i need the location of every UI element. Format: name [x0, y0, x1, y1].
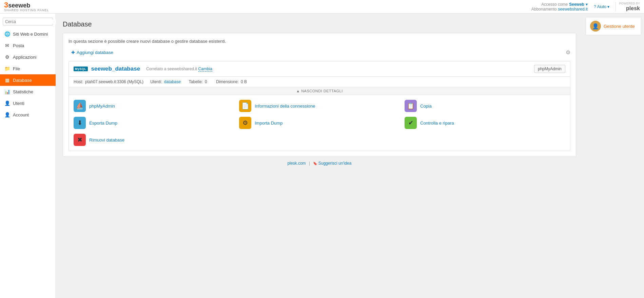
- plus-icon: ✚: [71, 50, 75, 55]
- logo-subtitle: SHARED HOSTING PANEL: [4, 9, 49, 12]
- filter-icon[interactable]: ⚙: [566, 49, 570, 56]
- sidebar-item-file[interactable]: 📁 File: [0, 63, 56, 74]
- search-box[interactable]: 🔍: [3, 18, 53, 25]
- access-label: Accesso come: [541, 2, 568, 7]
- topbar: 3 seeweb SHARED HOSTING PANEL Accesso co…: [0, 0, 644, 14]
- sidebar-item-utenti[interactable]: 👤 Utenti: [0, 97, 56, 109]
- esporta-dump-label[interactable]: Esporta Dump: [89, 120, 117, 126]
- user-management-label[interactable]: Gestione utente: [604, 24, 635, 29]
- mail-icon: ✉: [4, 43, 10, 48]
- info-connessione-icon: 📄: [239, 100, 251, 112]
- sidebar-item-applicazioni[interactable]: ⚙ Applicazioni: [0, 51, 56, 63]
- add-database-button[interactable]: ✚ Aggiungi database: [69, 49, 116, 56]
- db-meta: Host: ptah07.seeweb.it:3306 (MySQL) Uten…: [69, 77, 570, 87]
- sidebar-item-statistiche[interactable]: 📊 Statistiche: [0, 86, 56, 97]
- sidebar-item-siti-web-e-domini[interactable]: 🌐 Siti Web e Domini: [0, 28, 56, 40]
- hide-details-bar[interactable]: ▲ NASCONDI DETTAGLI: [69, 87, 570, 95]
- action-esporta-dump[interactable]: ⬇ Esporta Dump: [74, 117, 234, 129]
- rimuovi-database-label[interactable]: Rimuovi database: [89, 137, 124, 143]
- sidebar-item-account[interactable]: 👤 Account: [0, 109, 56, 120]
- plesk-link[interactable]: plesk.com: [288, 161, 306, 166]
- help-dropdown-icon: ▾: [607, 4, 609, 9]
- action-rimuovi-database[interactable]: ✖ Rimuovi database: [74, 134, 234, 146]
- chart-icon: 📊: [4, 89, 10, 94]
- footer: plesk.com | 🔖 Suggerisci un'idea: [63, 157, 576, 170]
- right-panel: 👤 Gestione utente: [583, 14, 644, 298]
- database-icon: ▦: [4, 77, 10, 83]
- cambia-link[interactable]: Cambia: [198, 67, 212, 72]
- sidebar-item-database[interactable]: ▦ Database: [0, 74, 56, 86]
- subscription-value: seewebshared.it: [558, 7, 588, 12]
- host-value: ptah07.seeweb.it:3306 (MySQL): [85, 79, 143, 84]
- dimensione-value: 0 B: [241, 79, 247, 84]
- esporta-dump-icon: ⬇: [74, 117, 86, 129]
- suggest-icon: 🔖: [313, 162, 317, 165]
- phpmyadmin-icon: ⛵: [74, 100, 86, 112]
- globe-icon: 🌐: [4, 31, 10, 37]
- main-card: In questa sezione è possibile creare nuo…: [63, 33, 576, 157]
- help-button[interactable]: ? Aiuto ▾: [594, 4, 609, 9]
- avatar: 👤: [590, 21, 601, 32]
- action-info-connessione[interactable]: 📄 Informazioni della connessione: [239, 100, 400, 112]
- mysql-badge: MySQL: [74, 67, 88, 71]
- action-copia[interactable]: 📋 Copia: [405, 100, 565, 112]
- copia-icon: 📋: [405, 100, 417, 112]
- copia-label[interactable]: Copia: [420, 104, 432, 109]
- folder-icon: 📁: [4, 66, 10, 71]
- user-icon: 👤: [4, 100, 10, 106]
- sidebar: 🔍 🌐 Siti Web e Domini ✉ Posta ⚙ Applicaz…: [0, 14, 56, 298]
- db-name: seeweb_database: [91, 66, 140, 72]
- db-correlation: Correlato a seewebshared.it Cambia: [146, 67, 212, 71]
- rimuovi-database-icon: ✖: [74, 134, 86, 146]
- db-item: MySQL seeweb_database Correlato a seeweb…: [69, 61, 570, 151]
- user-management-card: 👤 Gestione utente: [586, 17, 641, 35]
- suggest-link[interactable]: Suggerisci un'idea: [318, 161, 352, 166]
- info-connessione-label[interactable]: Informazioni della connessione: [255, 104, 315, 109]
- utenti-link[interactable]: database: [164, 79, 181, 84]
- action-importa-dump[interactable]: ⚙ Importa Dump: [239, 117, 400, 129]
- phpmyadmin-header-button[interactable]: phpMyAdmin: [534, 65, 565, 73]
- action-phpmyadmin[interactable]: ⛵ phpMyAdmin: [74, 100, 234, 112]
- gear-icon: ⚙: [4, 54, 10, 60]
- importa-dump-label[interactable]: Importa Dump: [255, 120, 282, 126]
- phpmyadmin-label[interactable]: phpMyAdmin: [89, 104, 115, 109]
- dimensione-label: Dimensione:: [216, 79, 239, 84]
- logo: 3 seeweb SHARED HOSTING PANEL: [4, 1, 49, 12]
- logo-name: seeweb: [8, 2, 30, 8]
- tabelle-value: 0: [205, 79, 207, 84]
- importa-dump-icon: ⚙: [239, 117, 251, 129]
- user-name-link[interactable]: Seeweb: [569, 2, 584, 7]
- logo-b-icon: 3: [4, 1, 8, 9]
- controlla-ripara-label[interactable]: Controlla e ripara: [420, 120, 454, 126]
- main-content: Database In questa sezione è possibile c…: [56, 14, 583, 298]
- layout: 🔍 🌐 Siti Web e Domini ✉ Posta ⚙ Applicaz…: [0, 14, 644, 298]
- search-input[interactable]: [5, 19, 56, 24]
- plesk-logo: POWERED BY plesk: [616, 2, 640, 11]
- account-icon: 👤: [4, 112, 10, 117]
- topbar-account-info: Accesso come Seeweb ▾ Abbonamento seeweb…: [531, 2, 588, 12]
- user-dropdown-icon[interactable]: ▾: [586, 2, 588, 7]
- sidebar-item-posta[interactable]: ✉ Posta: [0, 40, 56, 51]
- page-title: Database: [63, 20, 576, 28]
- tabelle-label: Tabelle:: [189, 79, 203, 84]
- host-label: Host:: [74, 79, 83, 84]
- action-controlla-ripara[interactable]: ✔ Controlla e ripara: [405, 117, 565, 129]
- help-icon: ?: [594, 4, 596, 9]
- subscription-label: Abbonamento: [531, 7, 557, 12]
- db-header: MySQL seeweb_database Correlato a seeweb…: [69, 61, 570, 77]
- db-actions: ⛵ phpMyAdmin 📄 Informazioni della connes…: [69, 95, 570, 151]
- card-description: In questa sezione è possibile creare nuo…: [69, 39, 570, 44]
- topbar-right: Accesso come Seeweb ▾ Abbonamento seeweb…: [531, 2, 640, 12]
- controlla-ripara-icon: ✔: [405, 117, 417, 129]
- toolbar: ✚ Aggiungi database ⚙: [69, 49, 570, 56]
- utenti-label: Utenti:: [150, 79, 162, 84]
